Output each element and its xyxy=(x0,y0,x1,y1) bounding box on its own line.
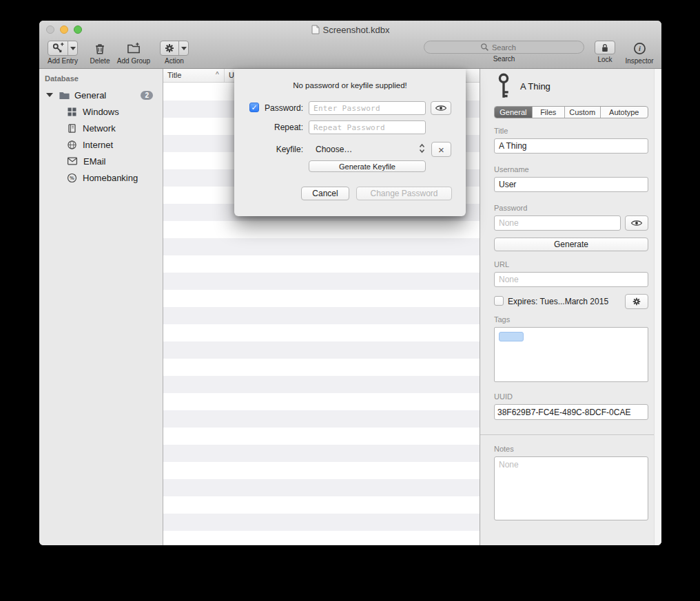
add-group-label: Add Group xyxy=(117,57,150,65)
sidebar-item-label: Windows xyxy=(83,107,119,117)
close-button[interactable] xyxy=(46,25,54,34)
sidebar: Database General 2 Windows Network Inter… xyxy=(39,69,163,545)
window-title-group: Screenshot.kdbx xyxy=(311,25,390,35)
sidebar-item-network[interactable]: Network xyxy=(39,120,163,136)
title-field-label: Title xyxy=(494,127,508,135)
key-plus-icon xyxy=(48,41,68,55)
windows-grid-icon xyxy=(67,107,77,117)
uuid-field[interactable] xyxy=(494,404,648,420)
title-field[interactable] xyxy=(494,138,648,154)
lock-button[interactable] xyxy=(595,41,615,54)
title-bar: Screenshot.kdbx xyxy=(39,21,661,39)
search-label: Search xyxy=(493,55,515,63)
generate-password-button[interactable]: Generate xyxy=(494,238,648,251)
add-entry-button[interactable] xyxy=(48,41,78,56)
close-icon: × xyxy=(438,144,444,156)
search-icon xyxy=(480,43,489,52)
inspector-tabs: General Files Custom Autotype xyxy=(494,106,648,118)
tags-label: Tags xyxy=(494,315,510,324)
search-input[interactable] xyxy=(492,43,528,52)
cancel-button[interactable]: Cancel xyxy=(301,187,349,200)
globe-icon xyxy=(67,140,77,150)
chevron-down-icon xyxy=(181,47,187,50)
sidebar-item-internet[interactable]: Internet xyxy=(39,136,163,153)
tags-box[interactable] xyxy=(494,327,648,382)
app-window: Screenshot.kdbx Add Entry Delete Add Gro… xyxy=(39,21,661,545)
dialog-repeat-input[interactable] xyxy=(309,120,426,134)
entry-title: A Thing xyxy=(520,81,550,92)
inspector-divider xyxy=(480,434,655,435)
inspector-label: Inspector xyxy=(625,57,653,65)
dialog-password-input[interactable] xyxy=(309,101,426,115)
popup-stepper-icon[interactable] xyxy=(419,143,425,154)
change-password-button[interactable]: Change Password xyxy=(356,187,452,200)
reveal-password-button[interactable] xyxy=(625,215,648,231)
generate-keyfile-button[interactable]: Generate Keyfile xyxy=(309,160,426,172)
add-group-button[interactable] xyxy=(127,41,141,56)
expires-settings-button[interactable] xyxy=(625,294,648,309)
dialog-keyfile-label: Keyfile: xyxy=(249,145,303,154)
zoom-button[interactable] xyxy=(74,25,82,34)
expires-checkbox[interactable] xyxy=(494,296,504,306)
action-group: Action xyxy=(158,41,191,65)
sidebar-item-label: Homebanking xyxy=(83,173,138,183)
keyfile-popup[interactable]: Choose… xyxy=(316,145,352,154)
password-field[interactable] xyxy=(494,215,621,231)
column-header-title[interactable]: Title xyxy=(167,71,181,79)
reveal-password-button[interactable] xyxy=(431,101,451,115)
dialog-password-label: Password: xyxy=(249,103,303,113)
clear-keyfile-button[interactable]: × xyxy=(431,142,451,157)
document-icon xyxy=(311,25,320,34)
expires-label: Expires: Tues...March 2015 xyxy=(508,297,608,306)
url-field[interactable] xyxy=(494,272,648,287)
add-entry-dropdown[interactable] xyxy=(68,41,77,55)
tab-files[interactable]: Files xyxy=(533,107,565,118)
sidebar-item-windows[interactable]: Windows xyxy=(39,103,163,120)
chevron-down-icon xyxy=(70,47,76,50)
lock-label: Lock xyxy=(597,56,612,63)
sidebar-section-header: Database xyxy=(45,74,79,83)
tag-pill[interactable] xyxy=(499,332,524,341)
dialog-message: No password or keyfile supplied! xyxy=(234,81,466,89)
sidebar-item-label: Network xyxy=(83,123,116,134)
column-separator[interactable] xyxy=(224,69,225,82)
action-label: Action xyxy=(165,57,184,65)
uuid-label: UUID xyxy=(494,392,513,401)
tab-general[interactable]: General xyxy=(495,107,533,118)
info-icon: i xyxy=(633,42,646,55)
username-field[interactable] xyxy=(494,177,648,192)
delete-group: Delete xyxy=(86,41,114,65)
window-title: Screenshot.kdbx xyxy=(323,25,390,35)
inspector-panel: A Thing General Files Custom Autotype Ti… xyxy=(480,69,661,545)
toolbar: Add Entry Delete Add Group Action xyxy=(39,39,661,69)
disclosure-triangle-icon[interactable] xyxy=(46,93,53,97)
sidebar-group-label: General xyxy=(74,90,106,101)
url-field-label: URL xyxy=(494,260,509,268)
tab-autotype[interactable]: Autotype xyxy=(601,107,648,118)
trash-icon xyxy=(94,42,106,55)
minimize-button[interactable] xyxy=(60,25,68,34)
delete-label: Delete xyxy=(90,57,110,65)
sidebar-item-homebanking[interactable]: % Homebanking xyxy=(39,169,163,186)
percent-coin-icon: % xyxy=(67,173,77,183)
sidebar-item-email[interactable]: EMail xyxy=(39,153,163,169)
notebook-icon xyxy=(67,123,77,134)
tab-custom[interactable]: Custom xyxy=(565,107,601,118)
inspector-button[interactable]: i xyxy=(633,41,646,56)
sidebar-group-general[interactable]: General 2 xyxy=(39,87,163,103)
action-button[interactable] xyxy=(160,41,189,56)
inspector-group: i Inspector xyxy=(620,41,659,65)
delete-button[interactable] xyxy=(94,41,106,56)
action-dropdown[interactable] xyxy=(178,41,188,55)
gear-icon xyxy=(632,297,641,306)
search-field[interactable] xyxy=(424,41,584,54)
notes-field[interactable] xyxy=(494,456,648,520)
svg-text:%: % xyxy=(70,176,74,181)
eye-icon xyxy=(435,104,447,112)
username-field-label: Username xyxy=(494,165,529,173)
folder-icon xyxy=(59,90,70,101)
sidebar-item-label: Internet xyxy=(83,140,113,150)
column-header-username[interactable]: U xyxy=(229,71,234,79)
password-field-label: Password xyxy=(494,204,527,212)
inspector-scrollbar[interactable] xyxy=(654,69,661,545)
